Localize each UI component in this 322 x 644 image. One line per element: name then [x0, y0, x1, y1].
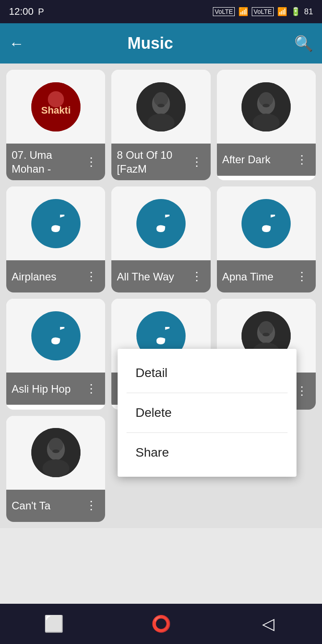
context-menu-item-share[interactable]: Share [118, 433, 297, 472]
context-menu: DetailDeleteShare [118, 349, 297, 477]
context-menu-item-delete[interactable]: Delete [118, 393, 297, 432]
context-menu-item-detail[interactable]: Detail [118, 353, 297, 393]
context-overlay[interactable]: DetailDeleteShare [0, 0, 322, 644]
